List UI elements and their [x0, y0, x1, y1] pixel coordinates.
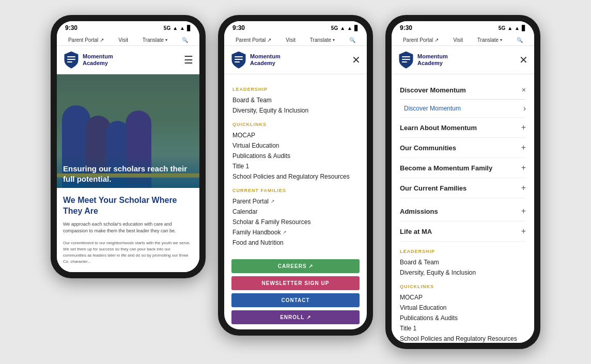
menu-item-policies[interactable]: School Policies and Regulatory Resources — [232, 171, 359, 182]
cta-buttons-2: CAREERS ↗ NEWSLETTER SIGN UP CONTACT ENR… — [224, 254, 367, 329]
accordion-discover[interactable]: Discover Momentum × — [400, 81, 526, 100]
menu-item-title1[interactable]: Title 1 — [232, 161, 359, 171]
menu-item-virtual-ed-3[interactable]: Virtual Education — [400, 303, 526, 313]
phones-container: 9:30 5G ▲ ▲ ▊ Parent Portal ↗ Visit Tran… — [51, 15, 540, 349]
section-label-leadership-2: LEADERSHIP — [232, 87, 359, 92]
accordion-discover-icon: × — [522, 86, 526, 94]
hero-image-1: We approach each scholar's education wit… — [57, 74, 199, 188]
accordion-discover-label: Discover Momentum — [400, 86, 466, 94]
menu-item-mocap[interactable]: MOCAP — [232, 130, 359, 140]
signal-1: ▲ — [173, 25, 178, 31]
status-icons-2: 5G ▲ ▲ ▊ — [331, 25, 359, 31]
careers-button[interactable]: CAREERS ↗ — [231, 259, 360, 273]
menu-item-title1-3[interactable]: Title 1 — [400, 323, 526, 334]
menu-content-2: LEADERSHIP Board & Team Diversity, Equit… — [224, 74, 367, 254]
translate-link-3[interactable]: Translate ▾ — [477, 37, 502, 43]
menu-item-publications-3[interactable]: Publications & Audits — [400, 313, 526, 323]
menu-item-food[interactable]: Food and Nutrition — [232, 238, 359, 248]
section-label-leadership-3: LEADERSHIP — [400, 249, 526, 254]
enroll-button[interactable]: ENROLL ↗ — [231, 310, 360, 324]
status-bar-2: 9:30 5G ▲ ▲ ▊ — [224, 21, 367, 35]
menu-content-3: Discover Momentum × Discover Momentum › … — [392, 74, 534, 343]
top-bar-1: Parent Portal ↗ Visit Translate ▾ 🔍 — [57, 35, 199, 46]
svg-rect-0 — [67, 56, 75, 57]
search-link-2[interactable]: 🔍 — [349, 37, 355, 43]
menu-scroll-2[interactable]: LEADERSHIP Board & Team Diversity, Equit… — [224, 74, 367, 329]
menu-item-handbook[interactable]: Family Handbook ↗ — [232, 227, 359, 238]
accordion-admissions-icon: + — [521, 207, 526, 216]
wifi-1: ▲ — [180, 25, 185, 31]
parent-portal-link-2[interactable]: Parent Portal ↗ — [236, 37, 271, 43]
visit-link-1[interactable]: Visit — [118, 37, 128, 43]
close-button-2[interactable]: ✕ — [352, 54, 361, 66]
menu-item-dei-3[interactable]: Diversity, Equity & Inclusion — [400, 267, 526, 278]
menu-item-scholar-resources[interactable]: Scholar & Family Resources — [232, 217, 359, 227]
visit-link-2[interactable]: Visit — [286, 37, 296, 43]
accordion-admissions[interactable]: Admissions + — [400, 201, 526, 221]
svg-rect-7 — [402, 59, 410, 60]
svg-rect-8 — [402, 61, 407, 62]
accordion-discover-sub[interactable]: Discover Momentum › — [400, 100, 526, 118]
accordion-lifeatma-label: Life at MA — [400, 228, 432, 235]
top-bar-2: Parent Portal ↗ Visit Translate ▾ 🔍 — [224, 35, 367, 46]
network-3: 5G — [499, 25, 505, 31]
menu-item-board[interactable]: Board & Team — [232, 95, 359, 105]
hamburger-menu-1[interactable]: ☰ — [184, 54, 193, 66]
content-area-1: We Meet Your Scholar Where They Are We a… — [57, 188, 199, 272]
status-bar-3: 9:30 5G ▲ ▲ ▊ — [392, 21, 534, 35]
close-button-3[interactable]: ✕ — [519, 54, 528, 66]
menu-item-calendar[interactable]: Calendar — [232, 207, 359, 217]
accordion-become[interactable]: Become a Momentum Family + — [400, 158, 526, 178]
accordion-become-icon: + — [521, 163, 526, 172]
logo-text-3: Momentum Academy — [417, 53, 448, 67]
parent-portal-link-1[interactable]: Parent Portal ↗ — [68, 37, 104, 43]
accordion-learn[interactable]: Learn About Momentum + — [400, 118, 526, 138]
menu-item-policies-3[interactable]: School Policies and Regulatory Resources — [400, 334, 526, 343]
logo-text-1: Momentum Academy — [83, 53, 113, 67]
hero-overlay-1: We approach each scholar's education wit… — [57, 155, 199, 188]
accordion-become-label: Become a Momentum Family — [400, 164, 492, 172]
search-link-1[interactable]: 🔍 — [182, 37, 188, 43]
accordion-learn-icon: + — [521, 123, 526, 132]
menu-item-virtual-ed[interactable]: Virtual Education — [232, 140, 359, 151]
logo-area-3: Momentum Academy — [398, 50, 448, 70]
svg-rect-4 — [235, 59, 243, 60]
visit-link-3[interactable]: Visit — [453, 37, 463, 43]
menu-scroll-3[interactable]: Discover Momentum × Discover Momentum › … — [392, 74, 534, 343]
section-label-quicklinks-3: QUICKLINKS — [400, 284, 526, 289]
translate-link-1[interactable]: Translate ▾ — [143, 37, 167, 43]
menu-item-parent-portal[interactable]: Parent Portal ↗ — [232, 196, 359, 207]
status-icons-1: 5G ▲ ▲ ▊ — [164, 25, 191, 31]
nav-bar-1: Momentum Academy ☰ — [57, 46, 199, 74]
svg-rect-2 — [67, 61, 72, 62]
menu-item-board-3[interactable]: Board & Team — [400, 257, 526, 267]
status-bar-1: 9:30 5G ▲ ▲ ▊ — [57, 21, 199, 35]
accordion-current-icon: + — [521, 183, 526, 193]
search-link-3[interactable]: 🔍 — [517, 37, 523, 43]
section-body-small-1: Our commitment to our neighborhoods star… — [63, 240, 193, 265]
accordion-lifeatma-icon: + — [521, 227, 526, 236]
accordion-communities[interactable]: Our Communities + — [400, 138, 526, 158]
menu-item-mocap-3[interactable]: MOCAP — [400, 292, 526, 303]
svg-rect-3 — [235, 56, 243, 57]
menu-item-dei[interactable]: Diversity, Equity & Inclusion — [232, 105, 359, 116]
accordion-current-label: Our Current Families — [400, 184, 466, 192]
svg-rect-5 — [235, 61, 240, 62]
accordion-lifeatma[interactable]: Life at MA + — [400, 221, 526, 242]
accordion-communities-label: Our Communities — [400, 144, 456, 152]
logo-area-2: Momentum Academy — [230, 50, 281, 70]
time-3: 9:30 — [400, 24, 412, 31]
newsletter-button[interactable]: NEWSLETTER SIGN UP — [231, 276, 360, 290]
parent-portal-link-3[interactable]: Parent Portal ↗ — [403, 37, 439, 43]
translate-link-2[interactable]: Translate ▾ — [310, 37, 335, 43]
section-label-families-2: CURRENT FAMILIES — [232, 188, 359, 193]
accordion-current[interactable]: Our Current Families + — [400, 178, 526, 198]
logo-shield-2 — [230, 50, 247, 70]
nav-bar-2: Momentum Academy ✕ — [224, 46, 367, 74]
nav-bar-3: Momentum Academy ✕ — [392, 46, 534, 74]
menu-item-publications[interactable]: Publications & Audits — [232, 151, 359, 161]
logo-shield-1 — [63, 50, 80, 70]
contact-button[interactable]: CONTACT — [231, 293, 360, 307]
section-title-1: We Meet Your Scholar Where They Are — [63, 195, 193, 217]
status-icons-3: 5G ▲ ▲ ▊ — [499, 25, 526, 31]
